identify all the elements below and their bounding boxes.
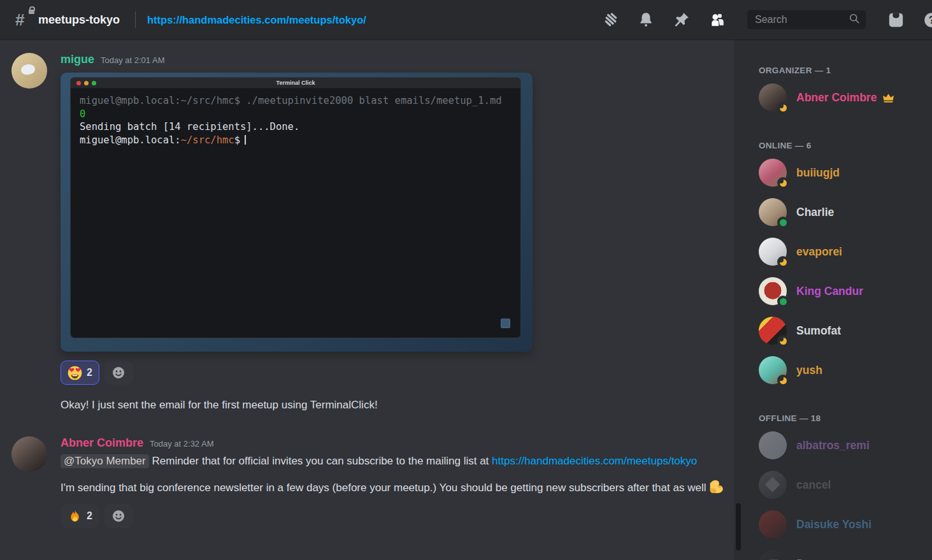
discord-app: # meetups-tokyo https://handmadecities.c… xyxy=(0,0,932,560)
channel-hash-lock-icon: # xyxy=(15,11,32,28)
avatar-migue[interactable] xyxy=(11,53,47,89)
avatar xyxy=(759,238,787,266)
attachment-terminal-screenshot[interactable]: Terminal Click miguel@mpb.local:~/src/hm… xyxy=(61,73,533,352)
status-idle-icon xyxy=(777,375,789,386)
terminal-title: Terminal Click xyxy=(71,80,520,86)
message-text: @Tokyo Member Reminder that for official… xyxy=(61,452,726,471)
member-row-sumofat[interactable]: Sumofat xyxy=(759,317,927,345)
terminal-window: Terminal Click miguel@mpb.local:~/src/hm… xyxy=(70,77,521,338)
message-migue: migue Today at 2:01 AM Terminal Click mi… xyxy=(11,53,726,415)
section-header-offline: OFFLINE — 18 xyxy=(759,413,927,423)
status-online-icon xyxy=(777,296,789,307)
help-icon[interactable]: ? xyxy=(923,11,932,28)
channel-name: meetups-tokyo xyxy=(38,13,120,27)
section-header-organizer: ORGANIZER — 1 xyxy=(759,66,927,75)
member-list-icon[interactable] xyxy=(709,11,726,28)
owner-crown-icon xyxy=(882,92,894,104)
timestamp: Today at 2:01 AM xyxy=(101,55,164,65)
avatar-abner[interactable] xyxy=(11,436,47,472)
add-reaction-button[interactable] xyxy=(104,361,133,385)
timestamp: Today at 2:32 AM xyxy=(150,439,213,449)
terminal-exit-status: 0 xyxy=(80,108,85,120)
terminal-line2: Sending batch [14 recipients]...Done. xyxy=(80,121,299,133)
terminal-scroll-indicator xyxy=(501,319,510,328)
avatar xyxy=(759,198,787,226)
username-abner[interactable]: Abner Coimbre xyxy=(61,436,143,450)
search-input[interactable] xyxy=(754,13,848,26)
terminal-titlebar: Terminal Click xyxy=(71,78,520,89)
role-mention[interactable]: @Tokyo Member xyxy=(61,454,149,468)
reaction-fire[interactable]: 2 xyxy=(61,504,99,528)
chat-scrollbar[interactable] xyxy=(736,503,741,550)
add-reaction-smiley-icon xyxy=(111,365,126,380)
threads-icon[interactable] xyxy=(602,11,619,28)
flexed-biceps-emoji-icon xyxy=(708,479,724,494)
avatar xyxy=(759,317,787,345)
reaction-count: 2 xyxy=(87,367,92,378)
message-abner: Abner Coimbre Today at 2:32 AM @Tokyo Me… xyxy=(11,436,726,528)
member-row-buiiugjd[interactable]: buiiugjd xyxy=(759,159,927,187)
pinned-messages-icon[interactable] xyxy=(673,11,690,28)
notifications-bell-icon[interactable] xyxy=(638,11,654,28)
terminal-cursor xyxy=(245,135,246,145)
avatar xyxy=(759,356,787,384)
reactions-row: 2 xyxy=(61,504,726,528)
status-idle-icon xyxy=(777,256,789,268)
avatar xyxy=(759,431,787,459)
avatar xyxy=(759,159,787,187)
status-idle-icon xyxy=(777,335,789,347)
add-reaction-smiley-icon xyxy=(111,508,126,524)
member-row-abner[interactable]: Abner Coimbre xyxy=(759,83,927,111)
member-list-sidebar: ORGANIZER — 1 Abner Coimbre ONLINE — 6 b… xyxy=(743,39,932,560)
inbox-icon[interactable] xyxy=(887,11,904,28)
member-row-partial[interactable]: D xyxy=(759,550,927,560)
avatar xyxy=(759,83,787,111)
reaction-heart-eyes[interactable]: 2 xyxy=(61,361,99,385)
member-row-evaporei[interactable]: evaporei xyxy=(759,238,927,266)
header-toolbar: ? xyxy=(602,10,932,29)
message-list: migue Today at 2:01 AM Terminal Click mi… xyxy=(0,39,736,560)
member-row-cancel[interactable]: cancel xyxy=(759,471,927,499)
add-reaction-button[interactable] xyxy=(104,504,133,528)
fire-emoji-icon xyxy=(68,509,82,524)
header-divider xyxy=(135,11,136,28)
username-migue[interactable]: migue xyxy=(61,53,94,66)
member-row-albatros-remi[interactable]: albatros_remi xyxy=(759,431,927,459)
terminal-output: miguel@mpb.local:~/src/hmc$ ./meetupinvi… xyxy=(71,89,520,152)
channel-header: # meetups-tokyo https://handmadecities.c… xyxy=(0,0,932,39)
status-idle-icon xyxy=(777,177,789,189)
channel-topic-link[interactable]: https://handmadecities.com/meetups/tokyo… xyxy=(147,14,366,26)
avatar xyxy=(759,277,787,305)
terminal-line1: miguel@mpb.local:~/src/hmc$ ./meetupinvi… xyxy=(80,95,508,106)
heart-eyes-emoji-icon xyxy=(68,366,82,380)
status-online-icon xyxy=(777,217,789,228)
avatar xyxy=(759,471,787,499)
reactions-row: 2 xyxy=(61,361,726,385)
message-text: I'm sending that big conference newslett… xyxy=(61,478,726,498)
avatar xyxy=(759,510,787,538)
reaction-count: 2 xyxy=(87,510,92,522)
svg-text:?: ? xyxy=(929,15,932,25)
status-idle-icon xyxy=(777,102,789,113)
avatar xyxy=(759,550,787,560)
member-row-king-candur[interactable]: King Candur xyxy=(759,277,927,305)
section-header-online: ONLINE — 6 xyxy=(759,141,927,150)
member-row-daisuke-yoshi[interactable]: Daisuke Yoshi xyxy=(759,510,927,538)
search-icon[interactable] xyxy=(848,12,861,27)
message-text: Okay! I just sent the email for the firs… xyxy=(61,396,726,415)
member-row-yush[interactable]: yush xyxy=(759,356,927,384)
member-row-charlie[interactable]: Charlie xyxy=(759,198,927,226)
message-link[interactable]: https://handmadecities.com/meetups/tokyo xyxy=(492,455,697,467)
chat-scrollbar-track xyxy=(734,39,743,560)
search-bar[interactable] xyxy=(747,10,866,29)
